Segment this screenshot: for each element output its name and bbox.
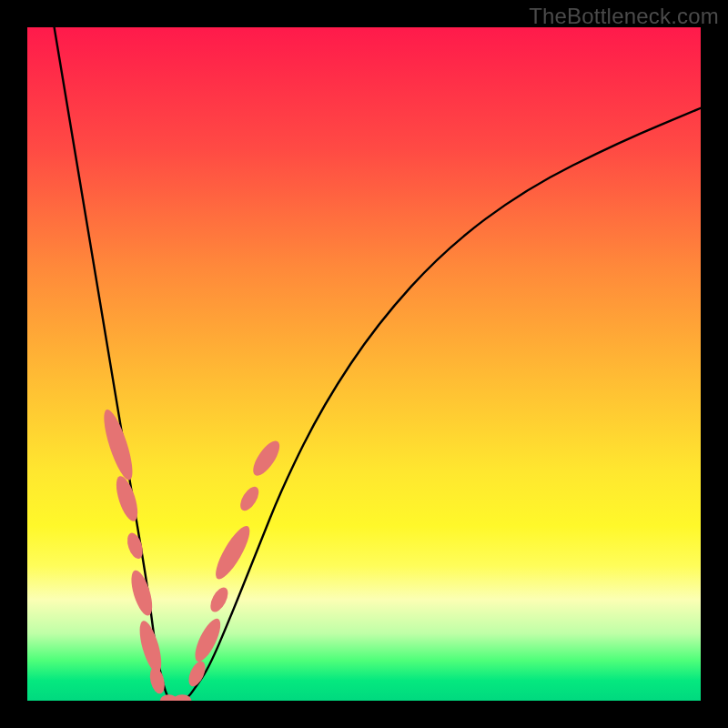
curve-marker — [207, 584, 231, 614]
watermark-text: TheBottleneck.com — [529, 4, 719, 29]
curve-marker — [248, 437, 285, 480]
curve-marker — [98, 407, 137, 482]
curve-marker — [112, 474, 142, 524]
plot-area — [27, 27, 701, 701]
curve-marker — [136, 619, 166, 675]
chart-svg — [27, 27, 701, 701]
curve-marker — [127, 568, 157, 618]
curve-marker — [237, 484, 262, 514]
curve-marker — [147, 666, 167, 695]
chart-frame: TheBottleneck.com — [0, 0, 728, 728]
